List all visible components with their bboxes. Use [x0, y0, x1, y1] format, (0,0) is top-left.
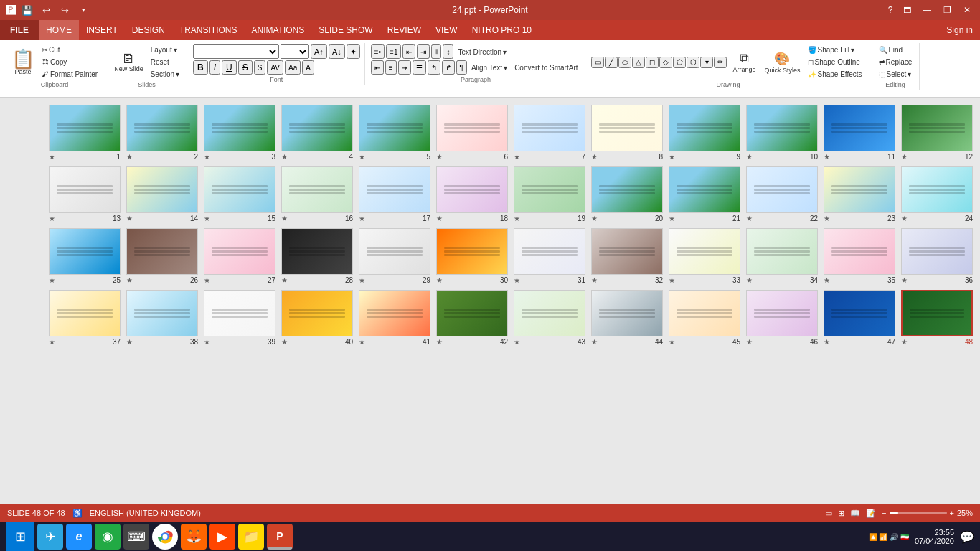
slide-item-30[interactable]: ★30 [436, 228, 508, 284]
notification-btn[interactable]: 💬 [960, 530, 974, 544]
minimize-btn[interactable]: — [920, 4, 934, 16]
taskbar-green[interactable]: ◉ [95, 524, 121, 550]
increase-indent-btn[interactable]: ⇥ [417, 44, 430, 59]
reset-button[interactable]: Reset [148, 57, 182, 67]
slide-item-10[interactable]: ★10 [746, 105, 818, 161]
new-slide-button[interactable]: 🖹 New Slide [111, 51, 146, 74]
arrange-button[interactable]: ⧉ Arrange [728, 50, 760, 75]
notes-icon[interactable]: 📝 [866, 509, 876, 518]
normal-view-icon[interactable]: ▭ [825, 509, 832, 518]
shape-effects-button[interactable]: ✨ Shape Effects [805, 69, 865, 80]
clear-format-btn[interactable]: ✦ [347, 44, 360, 59]
help-btn[interactable]: ? [883, 4, 897, 16]
underline-btn[interactable]: U [222, 60, 237, 75]
file-menu[interactable]: FILE [0, 20, 39, 40]
char-spacing-btn[interactable]: AV [267, 60, 283, 75]
shadow-btn[interactable]: S [254, 60, 266, 75]
slide-item-16[interactable]: ★16 [281, 166, 353, 222]
slide-item-8[interactable]: ★8 [591, 105, 663, 161]
slide-item-19[interactable]: ★19 [514, 166, 585, 222]
taskbar-ie[interactable]: e [66, 524, 92, 550]
shape-free[interactable]: ✏ [714, 57, 727, 68]
slide-item-27[interactable]: ★27 [204, 228, 275, 284]
layout-button[interactable]: Layout▾ [148, 44, 182, 55]
ltr-btn[interactable]: ↱ [442, 60, 455, 75]
font-decrease-btn[interactable]: A↓ [329, 44, 345, 59]
paste-button[interactable]: 📋 Paste [9, 48, 37, 77]
rtl-btn[interactable]: ↰ [428, 60, 440, 75]
strikethrough-btn[interactable]: S [238, 60, 253, 75]
slide-item-2[interactable]: ★2 [126, 105, 198, 161]
slide-item-46[interactable]: ★46 [746, 290, 818, 346]
format-painter-button[interactable]: 🖌 Format Painter [39, 69, 100, 80]
shape-pentagon[interactable]: ⬠ [673, 57, 686, 68]
shape-diamond[interactable]: ◇ [659, 57, 672, 68]
slide-item-9[interactable]: ★9 [669, 105, 740, 161]
slide-item-3[interactable]: ★3 [204, 105, 275, 161]
slide-item-14[interactable]: ★14 [126, 166, 198, 222]
qat-redo[interactable]: ↪ [57, 3, 72, 17]
animations-menu[interactable]: ANIMATIONS [244, 20, 311, 40]
font-color-btn[interactable]: A [302, 60, 314, 75]
design-menu[interactable]: DESIGN [125, 20, 172, 40]
view-menu[interactable]: VIEW [428, 20, 465, 40]
taskbar-files[interactable]: 📁 [238, 524, 264, 550]
slide-item-15[interactable]: ★15 [204, 166, 275, 222]
slide-item-28[interactable]: ★28 [281, 228, 353, 284]
nitro-menu[interactable]: NITRO PRO 10 [465, 20, 539, 40]
slideshow-menu[interactable]: SLIDE SHOW [311, 20, 380, 40]
justify-btn[interactable]: ☰ [413, 60, 426, 75]
close-btn[interactable]: ✕ [960, 4, 974, 16]
slide-item-1[interactable]: ★1 [49, 105, 121, 161]
bold-btn[interactable]: B [193, 60, 208, 75]
section-button[interactable]: Section▾ [148, 69, 182, 80]
shape-line[interactable]: ╱ [605, 57, 618, 68]
home-menu[interactable]: HOME [39, 20, 79, 40]
align-right-btn[interactable]: ⇥ [398, 60, 411, 75]
slide-item-12[interactable]: ★12 [901, 105, 973, 161]
shape-outline-button[interactable]: ◻ Shape Outline [805, 57, 865, 67]
line-spacing-btn[interactable]: ↕ [443, 44, 453, 59]
cut-button[interactable]: ✂ Cut [39, 44, 100, 55]
slide-item-39[interactable]: ★39 [204, 290, 275, 346]
slide-item-38[interactable]: ★38 [126, 290, 198, 346]
slide-item-20[interactable]: ★20 [591, 166, 663, 222]
change-case-btn[interactable]: Aa [285, 60, 301, 75]
transitions-menu[interactable]: TRANSITIONS [172, 20, 245, 40]
shapes-more[interactable]: ▾ [700, 57, 713, 68]
review-menu[interactable]: REVIEW [380, 20, 428, 40]
slide-sorter-icon[interactable]: ⊞ [838, 509, 844, 518]
slide-item-43[interactable]: ★43 [514, 290, 585, 346]
taskbar-media[interactable]: ▶ [209, 524, 235, 550]
slide-item-45[interactable]: ★45 [669, 290, 740, 346]
font-family-select[interactable] [193, 44, 279, 59]
restore-btn[interactable]: ❐ [940, 4, 954, 16]
zoom-out-btn[interactable]: − [882, 509, 886, 517]
slide-item-29[interactable]: ★29 [359, 228, 430, 284]
slide-item-23[interactable]: ★23 [824, 166, 895, 222]
align-text-button[interactable]: Align Text▾ [468, 62, 510, 73]
slide-item-44[interactable]: ★44 [591, 290, 663, 346]
numbering-btn[interactable]: ≡1 [386, 44, 401, 59]
slide-item-47[interactable]: ★47 [824, 290, 895, 346]
slide-item-25[interactable]: ★25 [49, 228, 121, 284]
slide-item-42[interactable]: ★42 [436, 290, 508, 346]
slide-item-17[interactable]: ★17 [359, 166, 430, 222]
select-button[interactable]: ⬚ Select▾ [876, 69, 915, 80]
taskbar-keyboard[interactable]: ⌨ [123, 524, 149, 550]
zoom-slider[interactable] [890, 512, 947, 514]
zoom-in-btn[interactable]: + [950, 509, 954, 517]
shape-rect[interactable]: ▭ [591, 57, 604, 68]
align-left-btn[interactable]: ⇤ [371, 60, 384, 75]
slide-panel[interactable]: ★12★11★10★9★8★7★6★5★4★3★2★1★24★23★22★21★… [0, 98, 980, 504]
slide-item-31[interactable]: ★31 [514, 228, 585, 284]
quick-styles-button[interactable]: 🎨 Quick Styles [761, 50, 803, 75]
slide-item-6[interactable]: ★6 [436, 105, 508, 161]
taskbar-chrome[interactable] [152, 524, 178, 550]
slide-item-11[interactable]: ★11 [824, 105, 895, 161]
slide-item-36[interactable]: ★36 [901, 228, 973, 284]
shape-hex[interactable]: ⬡ [687, 57, 699, 68]
slide-item-33[interactable]: ★33 [669, 228, 740, 284]
slide-item-40[interactable]: ★40 [281, 290, 353, 346]
slide-item-37[interactable]: ★37 [49, 290, 121, 346]
